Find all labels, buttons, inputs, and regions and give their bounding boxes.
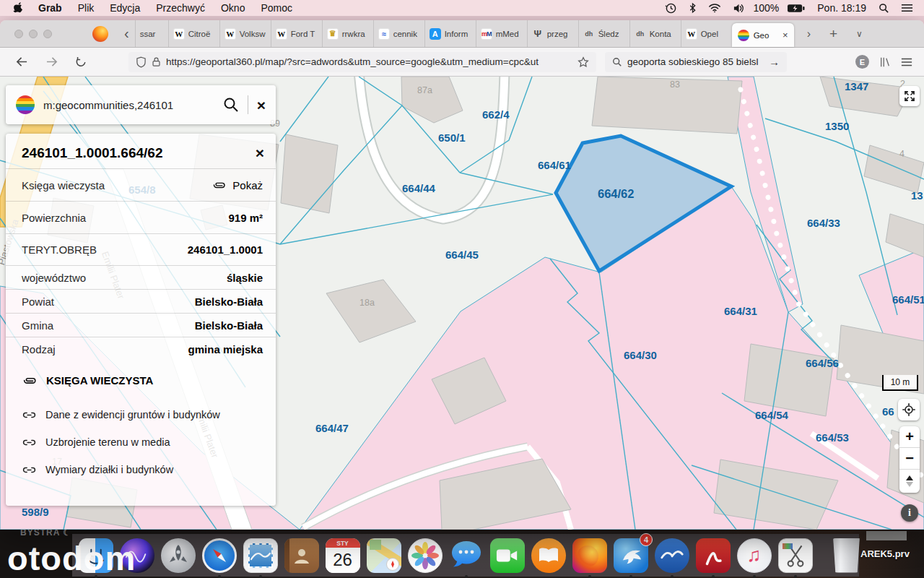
menu-edycja[interactable]: Edycja <box>102 2 148 14</box>
parcel-label[interactable]: 664/61 <box>538 159 571 171</box>
link-uzbrojenie[interactable]: Uzbrojenie terenu w media <box>6 428 276 456</box>
parcel-label[interactable]: 664/53 <box>816 431 849 444</box>
parcel-search-input[interactable]: m:geocommunities,246101 <box>43 99 214 111</box>
geoportal-map[interactable]: 662/4 650/1 664/61 664/44 664/62 664/45 … <box>0 77 924 530</box>
parcel-label[interactable]: 664/47 <box>315 422 349 434</box>
arrow-up-icon[interactable] <box>906 475 913 480</box>
parcel-label-selected[interactable]: 664/62 <box>598 187 634 201</box>
reload-icon[interactable] <box>66 56 95 68</box>
spotlight-icon[interactable] <box>875 3 893 14</box>
parcel-label[interactable]: 598/9 <box>22 506 49 518</box>
tab-rrwkra[interactable]: ♛rrwkra <box>322 20 373 47</box>
bluetooth-icon[interactable] <box>685 2 700 14</box>
forward-icon[interactable] <box>37 56 66 67</box>
info-button[interactable]: i <box>901 504 918 522</box>
hamburger-menu-icon[interactable] <box>901 57 912 67</box>
clear-search-icon[interactable]: × <box>257 98 266 113</box>
parcel-label[interactable]: 664/45 <box>445 249 479 261</box>
tab-cennik[interactable]: ≈cennik <box>373 20 424 47</box>
volume-icon[interactable] <box>729 3 749 14</box>
parcel-label[interactable]: 664/33 <box>807 217 840 229</box>
tab-list-dropdown-icon[interactable]: ∨ <box>856 29 863 39</box>
link-wymiary[interactable]: Wymiary działki i budynków <box>6 456 276 483</box>
profile-badge[interactable]: E <box>855 55 869 69</box>
parcel-label[interactable]: 1350 <box>825 120 849 132</box>
locate-me-button[interactable] <box>898 399 920 420</box>
minimize-window-button[interactable] <box>29 30 38 38</box>
dock-books[interactable] <box>529 536 567 574</box>
dock-launchpad[interactable] <box>159 536 197 574</box>
fullscreen-button[interactable] <box>899 86 920 106</box>
tab-sledz[interactable]: dhŚledz <box>578 20 629 47</box>
parcel-label[interactable]: 664/51 <box>892 293 924 306</box>
library-icon[interactable] <box>879 56 891 68</box>
parcel-label[interactable]: 664/31 <box>724 305 757 317</box>
search-go-icon[interactable]: → <box>769 56 780 68</box>
close-panel-icon[interactable]: × <box>256 145 264 160</box>
menubar-app-name[interactable]: Grab <box>30 2 70 14</box>
ksiega-wieczysta-link[interactable]: KSIĘGA WIECZYSTA <box>6 361 276 391</box>
tab-scroll-right-icon[interactable]: › <box>807 27 811 40</box>
tab-przeg[interactable]: Ψprzeg <box>527 20 578 47</box>
dock-openoffice[interactable] <box>653 536 691 574</box>
tab-scroll-left-icon[interactable]: ‹ <box>118 25 135 42</box>
parcel-label[interactable]: 662/4 <box>482 108 510 121</box>
dock-maps[interactable] <box>365 536 403 574</box>
tab-inform[interactable]: AInform <box>424 20 476 47</box>
link-dane-ewidencja[interactable]: Dane z ewidencji gruntów i budynków <box>6 401 276 428</box>
battery-icon[interactable] <box>783 4 808 13</box>
parcel-label[interactable]: 1347 <box>845 80 868 92</box>
wifi-icon[interactable] <box>705 3 725 13</box>
dock-calendar[interactable]: STY 26 <box>323 536 362 574</box>
parcel-label[interactable]: 650/1 <box>438 131 466 144</box>
back-icon[interactable] <box>0 56 37 67</box>
tab-geoportal-active[interactable]: Geo × <box>732 23 794 47</box>
close-window-button[interactable] <box>14 30 23 38</box>
search-icon[interactable] <box>223 97 239 113</box>
parcel-label[interactable]: 66 <box>882 405 894 418</box>
url-field[interactable]: https://geoportal360.pl/map/?src=adwords… <box>128 52 596 72</box>
dock-safari[interactable] <box>200 536 238 574</box>
dock-messages[interactable] <box>447 536 485 574</box>
menubar-clock[interactable]: Pon. 18:19 <box>813 2 871 14</box>
new-tab-button[interactable]: + <box>829 26 837 42</box>
tab-ssar[interactable]: ssar <box>135 20 168 47</box>
dock-facetime[interactable] <box>488 536 526 574</box>
parcel-search-box[interactable]: m:geocommunities,246101 × <box>6 85 276 124</box>
parcel-label[interactable]: 664/30 <box>624 349 657 361</box>
zoom-in-button[interactable]: + <box>899 426 920 448</box>
menu-pomoc[interactable]: Pomoc <box>253 2 300 14</box>
dock-trash[interactable] <box>827 536 866 574</box>
dock-grab-screenshot[interactable] <box>776 536 814 574</box>
menu-plik[interactable]: Plik <box>70 2 103 14</box>
notification-center-icon[interactable] <box>897 3 917 13</box>
tab-mmed[interactable]: mMmMed <box>476 20 527 47</box>
url-text[interactable]: https://geoportal360.pl/map/?src=adwords… <box>166 56 572 67</box>
tab-opel[interactable]: WOpel <box>681 20 732 47</box>
dock-acrobat[interactable] <box>694 536 732 574</box>
dock-thunderbird[interactable]: 4 <box>611 536 650 574</box>
awesomebar-search-field[interactable]: geoporta sobieskiego 85 bielsl → <box>605 52 787 72</box>
parcel-label[interactable]: 664/56 <box>806 357 839 369</box>
tab-volkswagen[interactable]: WVolksw <box>219 20 271 47</box>
parcel-label[interactable]: 13 <box>911 189 923 202</box>
tab-ford[interactable]: WFord T <box>271 20 322 47</box>
parcel-label[interactable]: 664/54 <box>755 409 788 421</box>
close-tab-icon[interactable]: × <box>783 30 788 40</box>
dock-itunes[interactable]: ♫ <box>735 536 773 574</box>
tab-konta[interactable]: dhKonta <box>629 20 681 47</box>
menu-przechwyc[interactable]: Przechwyć <box>148 2 213 14</box>
dock-mail[interactable] <box>241 536 279 574</box>
dock-contacts[interactable] <box>282 536 321 574</box>
tab-citroen[interactable]: WCitroë <box>168 20 219 47</box>
apple-menu-icon[interactable] <box>13 2 23 14</box>
bookmark-star-icon[interactable] <box>578 56 589 68</box>
arrow-down-icon[interactable] <box>906 482 913 487</box>
search-query-text[interactable]: geoporta sobieskiego 85 bielsl <box>627 56 764 67</box>
dock-firefox[interactable] <box>570 536 609 574</box>
zoom-window-button[interactable] <box>43 30 52 38</box>
parcel-label[interactable]: 664/44 <box>402 182 435 194</box>
pokaz-link[interactable]: Pokaż <box>212 179 263 191</box>
dock-photos[interactable] <box>406 536 444 574</box>
zoom-out-button[interactable]: − <box>899 448 920 470</box>
